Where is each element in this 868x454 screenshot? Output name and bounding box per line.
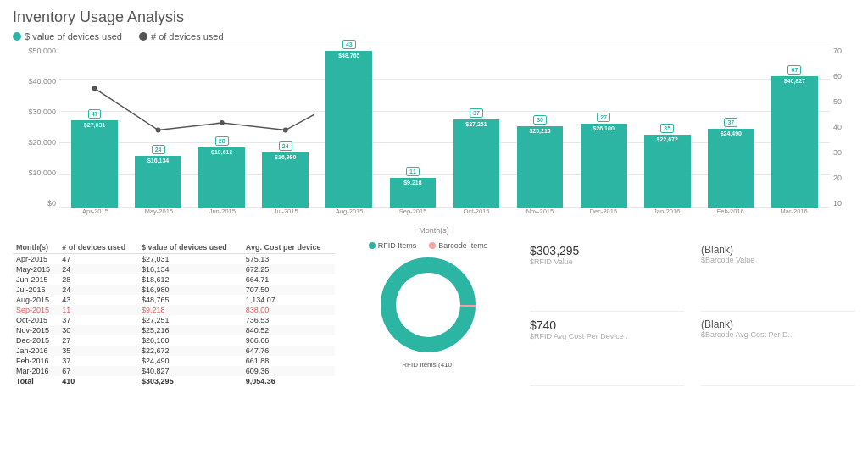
bar: $25,216 — [517, 126, 564, 208]
x-label: Jun-2015 — [191, 208, 254, 224]
cell-month: Nov-2015 — [13, 325, 58, 335]
col-count: # of devices used — [58, 241, 138, 254]
cell-value: $48,765 — [138, 295, 242, 305]
x-axis-title: Month(s) — [13, 226, 855, 235]
legend-item-count: # of devices used — [139, 31, 224, 42]
table-row: Sep-201511$9,218838.00 — [13, 305, 335, 315]
count-badge: 43 — [342, 40, 356, 49]
cell-avg: 664.71 — [242, 274, 335, 285]
cell-count: 24 — [58, 285, 138, 295]
count-badge: 35 — [660, 124, 674, 133]
bar-value-label: $18,612 — [211, 147, 232, 155]
cell-month: Aug-2015 — [13, 295, 58, 305]
donut-section: RFID Items Barcode Items RFID Items (410… — [343, 241, 513, 386]
cell-avg: 609.36 — [242, 366, 335, 376]
x-label: Dec-2015 — [571, 208, 635, 224]
cell-count: 37 — [58, 356, 138, 366]
page-title: Inventory Usage Analysis — [13, 8, 855, 26]
cell-count: 28 — [58, 274, 138, 285]
table-row: Jan-201635$22,672647.76 — [13, 346, 335, 356]
bar-group: $26,10027 — [573, 47, 635, 208]
count-badge: 28 — [215, 136, 229, 146]
x-label: Aug-2015 — [318, 208, 381, 224]
table-total-row: Total410$303,2959,054.36 — [13, 376, 335, 386]
cell-avg: 661.88 — [242, 356, 335, 366]
chart-inner: $27,03147$16,13424$18,61228$16,98024$48,… — [59, 47, 830, 224]
bar-group: $16,98024 — [254, 47, 316, 208]
cell-value: $27,251 — [138, 315, 242, 325]
cell-value: $40,827 — [138, 366, 242, 376]
cell-avg: 840.52 — [242, 325, 335, 335]
x-label: Mar-2016 — [762, 208, 826, 224]
cell-count: 27 — [58, 335, 138, 346]
donut-svg — [377, 254, 479, 356]
cell-avg: 966.66 — [242, 335, 335, 346]
bar-value-label: $27,251 — [465, 119, 487, 127]
bar-value-label: $9,218 — [403, 178, 421, 185]
legend-label-value: $ value of devices used — [25, 31, 122, 42]
cell-avg: 575.13 — [242, 254, 335, 265]
x-label: Oct-2015 — [445, 208, 509, 224]
bar: $48,765 — [326, 51, 372, 208]
donut-legend: RFID Items Barcode Items — [369, 241, 488, 250]
table-row: Mar-201667$40,827609.36 — [13, 366, 335, 376]
bar: $22,672 — [644, 135, 691, 208]
stat-label: $RFID Avg Cost Per Device . — [530, 332, 684, 340]
legend-label-count: # of devices used — [151, 31, 224, 42]
table-row: Nov-201530$25,216840.52 — [13, 325, 335, 335]
table-row: Aug-201543$48,7651,134.07 — [13, 295, 335, 305]
cell-month: Apr-2015 — [13, 254, 58, 265]
stat-label: $Barcode Value — [701, 256, 855, 264]
cell-month: Feb-2016 — [13, 356, 58, 366]
chart-area: $50,000 $40,000 $30,000 $20,000 $10,000 … — [13, 47, 855, 224]
cell-month: Jul-2015 — [13, 285, 58, 295]
cell-month: Oct-2015 — [13, 315, 58, 325]
stat-label: $RFID Value — [530, 257, 684, 266]
total-cell-value: $303,295 — [138, 376, 242, 386]
bar-value-label: $24,490 — [721, 129, 742, 136]
x-label: Nov-2015 — [508, 208, 571, 224]
table-row: Feb-201637$24,490661.88 — [13, 356, 335, 366]
bar: $24,490 — [708, 129, 754, 208]
x-label: May-2015 — [127, 208, 191, 224]
bar-group: $16,13424 — [127, 47, 189, 208]
x-axis-labels: Apr-2015May-2015Jun-2015Jul-2015Aug-2015… — [59, 208, 830, 224]
page: Inventory Usage Analysis $ value of devi… — [0, 0, 868, 454]
bar-value-label: $26,100 — [593, 124, 614, 131]
count-badge: 27 — [597, 113, 610, 122]
bottom-section: Month(s) # of devices used $ value of de… — [13, 241, 855, 386]
col-value: $ value of devices used — [138, 241, 242, 254]
bar-group: $40,82767 — [764, 47, 826, 208]
cell-count: 67 — [58, 366, 138, 376]
rfid-label: RFID Items — [378, 241, 417, 250]
stat-value: $303,295 — [530, 244, 684, 257]
bar-group: $9,21811 — [381, 47, 443, 208]
dot-rfid — [369, 242, 376, 249]
bar: $26,100 — [581, 124, 627, 208]
total-cell-month: Total — [13, 376, 58, 386]
count-badge: 24 — [279, 141, 292, 151]
cell-value: $18,612 — [138, 274, 242, 285]
stat-block-1: (Blank)$Barcode Value — [701, 241, 855, 312]
cell-avg: 838.00 — [242, 305, 335, 315]
cell-value: $27,031 — [138, 254, 242, 265]
bar-group: $27,25137 — [445, 47, 507, 208]
bar-group: $27,03147 — [64, 47, 125, 208]
bar-group: $22,67235 — [637, 47, 698, 208]
data-table: Month(s) # of devices used $ value of de… — [13, 241, 335, 386]
cell-month: Sep-2015 — [13, 305, 58, 315]
legend-dot-teal — [13, 32, 21, 41]
bar: $27,251 — [453, 119, 500, 208]
count-badge: 37 — [724, 118, 737, 127]
x-label: Feb-2016 — [698, 208, 762, 224]
cell-month: Jan-2016 — [13, 346, 58, 356]
count-badge: 24 — [152, 145, 165, 154]
legend-dot-dark — [139, 32, 147, 41]
cell-value: $16,980 — [138, 285, 242, 295]
y-axis-left: $50,000 $40,000 $30,000 $20,000 $10,000 … — [13, 47, 59, 224]
cell-count: 30 — [58, 325, 138, 335]
x-label: Apr-2015 — [64, 208, 127, 224]
cell-avg: 707.50 — [242, 285, 335, 295]
cell-month: Jun-2015 — [13, 274, 58, 285]
donut-container: RFID Items (410) — [377, 254, 479, 356]
